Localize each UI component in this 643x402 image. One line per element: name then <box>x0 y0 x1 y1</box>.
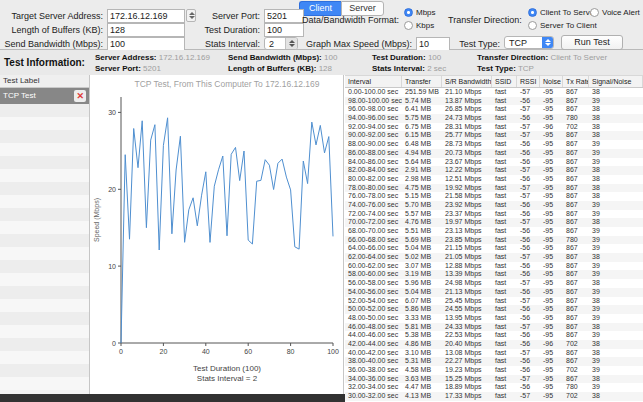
server-to-client-radio[interactable] <box>528 21 537 30</box>
ti-transfer-direction-label: Transfer Direction: <box>477 53 548 62</box>
test-duration-input[interactable] <box>264 23 304 37</box>
server-to-client-radio-label: Server To Client <box>540 21 597 30</box>
format-kbps-option: Kbps <box>404 21 434 30</box>
sidebar-item-tcp-test[interactable]: TCP Test ✕ <box>0 88 89 104</box>
main-content: Test Label TCP Test ✕ TCP Test, From Thi… <box>0 75 643 402</box>
list-item <box>0 247 89 260</box>
run-test-button[interactable]: Run Test <box>561 35 623 50</box>
table-row: 34.00-36.00 sec3.63 MB15.25 Mbpsfast-57-… <box>345 375 643 384</box>
table-row: 94.00-96.00 sec5.75 MB24.73 Mbpsfast-56-… <box>345 114 643 123</box>
table-header: IntervalTransferS/R BandwidthSSIDRSSINoi… <box>345 76 643 88</box>
table-row: 38.00-40.00 sec5.31 MB22.27 Mbpsfast-56-… <box>345 357 643 366</box>
mode-segmented-control: Client Server <box>299 1 384 14</box>
test-label-header: Test Label <box>0 75 89 88</box>
list-item <box>0 104 89 117</box>
test-info-col-2: Send Bandwidth (Mbps): 100 Length of Buf… <box>228 52 337 74</box>
table-row: 36.00-38.00 sec4.58 MB19.23 Mbpsfast-56-… <box>345 366 643 375</box>
list-item <box>0 182 89 195</box>
table-row: 66.00-68.00 sec5.69 MB23.85 Mbpsfast-56-… <box>345 236 643 245</box>
table-row: 90.00-92.00 sec6.15 MB25.77 Mbpsfast-57-… <box>345 131 643 140</box>
list-item <box>0 169 89 182</box>
table-row: 30.00-32.00 sec4.13 MB17.33 Mbpsfast-57-… <box>345 392 643 401</box>
stats-interval-select[interactable]: 2 <box>264 37 298 50</box>
column-header: RSSI <box>517 76 540 87</box>
test-info-col-4: Transfer Direction: Client To Server Tes… <box>477 52 607 74</box>
test-information-section: Test Information: Server Address: 172.16… <box>0 50 643 76</box>
graph-max-speed-label: Graph Max Speed (Mbps): <box>300 38 412 50</box>
table-row: 62.00-64.00 sec5.02 MB21.05 Mbpsfast-57-… <box>345 253 643 262</box>
test-info-col-3: Test Duration: 100 Stats Interval: 2 sec <box>372 52 446 74</box>
svg-text:10: 10 <box>108 263 116 270</box>
data-bandwidth-format-label: Data/Bandwidth Format: <box>302 14 399 26</box>
table-row: 86.00-88.00 sec4.94 MB20.73 Mbpsfast-56-… <box>345 149 643 158</box>
svg-text:100: 100 <box>327 348 339 355</box>
table-row: 58.00-60.00 sec3.19 MB13.39 Mbpsfast-56-… <box>345 270 643 279</box>
list-item <box>0 208 89 221</box>
svg-text:40: 40 <box>202 348 210 355</box>
voice-alert-checkbox[interactable] <box>590 8 599 17</box>
target-server-address-input[interactable] <box>107 9 185 23</box>
list-item <box>0 117 89 130</box>
server-to-client-option: Server To Client <box>528 21 597 30</box>
list-item <box>0 143 89 156</box>
ti-transfer-direction-value: Client To Server <box>550 53 607 62</box>
x-axis-sublabel: Stats Interval = 2 <box>197 374 258 383</box>
target-server-address-label: Target Server Address: <box>0 10 103 22</box>
ti-send-bandwidth-label: Send Bandwidth (Mbps): <box>228 53 322 62</box>
column-header: Tx Rate <box>563 76 589 87</box>
speed-chart-container: TCP Test, From This Computer To 172.16.1… <box>91 75 343 393</box>
client-settings-form: Client Server Target Server Address: Ser… <box>0 0 643 50</box>
stats-interval-value: 2 <box>269 39 274 49</box>
list-item <box>0 273 89 286</box>
table-row: 98.00-100.00 sec5.74 MB13.87 Mbpsfast-56… <box>345 97 643 106</box>
results-table[interactable]: IntervalTransferS/R BandwidthSSIDRSSINoi… <box>345 75 643 402</box>
table-row: 50.00-52.00 sec5.86 MB24.55 Mbpsfast-56-… <box>345 305 643 314</box>
test-list-empty-rows <box>0 104 89 390</box>
length-of-buffers-input[interactable] <box>107 23 185 37</box>
svg-text:0: 0 <box>119 348 123 355</box>
send-bandwidth-input[interactable] <box>107 37 185 51</box>
list-item <box>0 130 89 143</box>
table-row: 78.00-80.00 sec4.75 MB19.92 Mbpsfast-57-… <box>345 184 643 193</box>
ti-stats-interval-value: 2 sec <box>427 64 446 73</box>
kbps-radio[interactable] <box>404 21 413 30</box>
list-item <box>0 156 89 169</box>
test-list-panel: Test Label TCP Test ✕ <box>0 75 90 394</box>
ti-stats-interval-label: Stats Interval: <box>372 64 425 73</box>
transfer-direction-label: Transfer Direction: <box>448 14 522 26</box>
column-header: Transfer <box>402 76 442 87</box>
list-item <box>0 338 89 351</box>
test-type-select[interactable]: TCP <box>504 36 554 49</box>
ti-test-duration-value: 100 <box>428 53 441 62</box>
mbps-radio[interactable] <box>404 8 413 17</box>
table-row: 68.00-70.00 sec5.51 MB23.13 Mbpsfast-56-… <box>345 227 643 236</box>
chart-panel: TCP Test, From This Computer To 172.16.1… <box>91 75 344 394</box>
table-row: 0.00-100.00 sec251.59 MB21.10 Mbpsfast-5… <box>345 88 643 97</box>
list-item <box>0 377 89 390</box>
graph-max-speed-input[interactable] <box>416 37 450 51</box>
test-duration-label: Test Duration: <box>180 24 260 36</box>
popup-arrows-icon <box>542 37 553 48</box>
column-header: Noise <box>540 76 563 87</box>
stepper-arrows-icon <box>285 38 297 49</box>
client-to-server-radio[interactable] <box>528 8 537 17</box>
y-axis-label: Speed (Mbps) <box>93 198 101 242</box>
close-icon[interactable]: ✕ <box>74 90 86 102</box>
stats-interval-label: Stats Interval: <box>180 38 260 50</box>
speed-chart: TCP Test, From This Computer To 172.16.1… <box>91 75 343 391</box>
client-to-server-option: Client To Server <box>528 8 597 17</box>
ti-length-of-buffers-value: 128 <box>319 64 332 73</box>
table-row: 96.00-98.00 sec6.41 MB26.85 Mbpsfast-57-… <box>345 105 643 114</box>
server-port-input[interactable] <box>264 9 304 23</box>
table-row: 70.00-72.00 sec4.76 MB19.97 Mbpsfast-57-… <box>345 218 643 227</box>
list-item <box>0 195 89 208</box>
table-row: 88.00-90.00 sec6.48 MB28.73 Mbpsfast-56-… <box>345 140 643 149</box>
server-port-label: Server Port: <box>180 10 260 22</box>
list-item <box>0 325 89 338</box>
table-row: 76.00-78.00 sec5.15 MB21.58 Mbpsfast-57-… <box>345 192 643 201</box>
ti-server-port-label: Server Port: <box>95 64 141 73</box>
table-row: 64.00-66.00 sec5.04 MB21.15 Mbpsfast-56-… <box>345 244 643 253</box>
format-mbps-option: Mbps <box>404 8 436 17</box>
table-row: 84.00-86.00 sec5.64 MB23.67 Mbpsfast-56-… <box>345 158 643 167</box>
ti-server-port-value: 5201 <box>143 64 161 73</box>
